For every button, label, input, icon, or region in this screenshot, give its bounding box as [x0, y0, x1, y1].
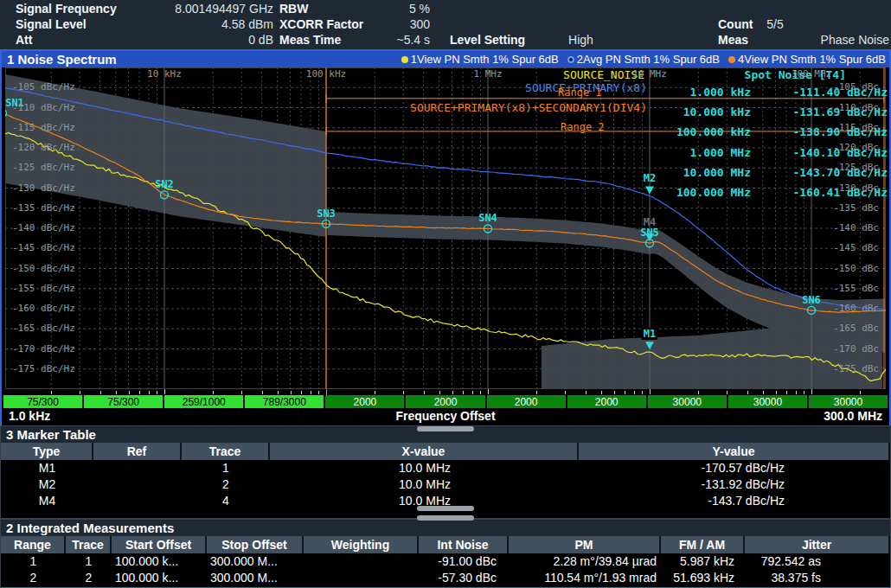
marker-table-row[interactable]: M2210.0 MHz-131.92 dBc/Hz	[1, 476, 890, 493]
xcorr-segment: 75/300	[84, 395, 163, 408]
header-field: Signal Frequency8.001494497 GHz	[16, 1, 273, 17]
x-axis-tick	[301, 391, 302, 394]
marker-yvalue-cell: -131.92 dBc/Hz	[579, 476, 890, 493]
integrated-row[interactable]: 11100.000 k...300.000 M...-91.00 dBc2.28…	[1, 553, 890, 570]
x-axis-tick-strip	[2, 389, 889, 395]
window-resize-grip[interactable]	[417, 506, 474, 511]
weighting-cell	[304, 553, 419, 570]
spot-marker-label: SN5	[640, 227, 659, 239]
header-field: Meas Time~5.4 s	[279, 32, 430, 48]
legend-trace-dot-icon	[567, 56, 574, 63]
stop-offset-cell: 300.000 M...	[207, 553, 304, 570]
integrated-header-cell: Stop Offset	[207, 536, 304, 553]
header-column: Count 5/5Meas Phase Noise	[718, 0, 889, 49]
spot-marker-label: SN3	[317, 208, 336, 220]
integrated-table-body: 11100.000 k...300.000 M...-91.00 dBc2.28…	[1, 553, 890, 586]
header-field-label: Level Setting	[450, 33, 525, 47]
header-field-value: 8.001494497 GHz	[175, 1, 273, 17]
pm-cell: 110.54 m°/1.93 mrad	[509, 570, 661, 586]
x-axis-major-tick	[164, 389, 165, 394]
stop-offset-cell: 300.000 M...	[207, 570, 304, 586]
legend-trace-dot-icon	[728, 56, 735, 63]
x-axis-major-tick	[811, 389, 812, 394]
spot-noise-value: -131.69 dBc/Hz	[751, 102, 888, 122]
header-column: RBW5 %XCORR Factor300Meas Time~5.4 s	[279, 0, 430, 49]
x-axis-stop-value: 300.0 MHz	[824, 408, 882, 424]
measurement-header: Signal Frequency8.001494497 GHzSignal Le…	[0, 0, 891, 49]
x-axis-tick	[727, 391, 728, 394]
header-field: Att0 dB	[16, 32, 273, 48]
xcorr-segment: 789/3000	[245, 395, 324, 408]
xcorr-segment: 259/1000	[164, 395, 243, 408]
marker-xvalue-cell: 10.0 MHz	[270, 460, 579, 476]
marker-table-row[interactable]: M1110.0 MHz-170.57 dBc/Hz	[1, 460, 890, 476]
spot-noise-row: 100.000 MHz-160.41 dBc/Hz	[663, 182, 888, 202]
x-axis-tick	[480, 391, 481, 394]
range-cell: 2	[1, 570, 66, 586]
integrated-header-cell: Trace	[66, 536, 112, 553]
x-axis-tick	[601, 391, 602, 394]
spot-noise-row: 10.000 MHz-143.70 dBc/Hz	[663, 163, 888, 182]
spot-noise-value: -160.41 dBc/Hz	[751, 182, 888, 202]
integrated-measurements-window[interactable]: 2 Integrated Measurements RangeTraceStar…	[0, 519, 891, 588]
integrated-header-cell: PM	[509, 536, 661, 553]
xcorr-segment: 30000	[728, 395, 807, 408]
window-resize-grip[interactable]	[417, 515, 474, 521]
fm-am-cell: 51.693 kHz	[661, 570, 745, 586]
legend-trace-dot-icon	[401, 56, 408, 63]
marker-ref-cell	[93, 493, 182, 509]
x-axis-major-tick	[650, 389, 651, 394]
x-axis-tick	[129, 391, 130, 394]
range-cell: 1	[1, 553, 66, 570]
x-axis-tick	[403, 391, 404, 394]
noise-spectrum-window[interactable]: 1 Noise Spectrum 1View PN Smth 1% Spur 6…	[0, 49, 891, 427]
marker-table-window[interactable]: 3 Marker Table TypeRefTraceX-valueY-valu…	[0, 425, 891, 519]
spot-noise-value: -138.90 dBc/Hz	[751, 122, 888, 142]
x-axis-tick	[375, 391, 375, 394]
legend-item[interactable]: 1View PN Smth 1% Spur 6dB	[401, 53, 559, 66]
x-axis-major-tick	[488, 389, 489, 394]
jitter-cell: 792.542 as	[745, 553, 890, 570]
jitter-cell: 38.375 fs	[745, 570, 890, 586]
x-axis-title: Frequency Offset	[2, 408, 889, 424]
marker-table-header-cell: Trace	[182, 443, 270, 460]
spot-marker-label: SN4	[478, 212, 497, 224]
marker-ref-cell	[93, 476, 182, 493]
xcorr-segment: 2000	[567, 395, 646, 408]
window-title: 1 Noise Spectrum	[7, 51, 117, 67]
integrated-header-cell: Weighting	[304, 536, 419, 553]
header-field-value: 4.58 dBm	[221, 16, 273, 33]
spot-noise-row: 100.000 kHz-138.90 dBc/Hz	[663, 122, 888, 142]
marker-trace-cell: 2	[182, 476, 270, 493]
integrated-header-cell: Range	[1, 536, 66, 553]
xcorr-segment: 2000	[487, 395, 566, 408]
weighting-cell	[304, 570, 419, 586]
x-axis-tick	[116, 391, 117, 394]
noise-spectrum-plot[interactable]: SOURCE_NOISE SOURCE+PRIMARY(x8) SOURCE+P…	[2, 67, 889, 389]
legend-item[interactable]: 4View PN Smth 1% Spur 6dB	[728, 53, 886, 66]
noise-spectrum-titlebar[interactable]: 1 Noise Spectrum 1View PN Smth 1% Spur 6…	[2, 51, 889, 67]
x-axis-tick	[241, 391, 242, 394]
marker-ref-cell	[93, 460, 182, 476]
marker-trace-cell: 1	[182, 460, 270, 476]
pm-cell: 2.28 m°/39.84 µrad	[509, 553, 661, 570]
marker-xvalue-cell: 10.0 MHz	[270, 476, 579, 493]
header-field-value: ~5.4 s	[396, 32, 430, 48]
x-axis-tick	[213, 391, 214, 394]
x-axis-tick	[536, 391, 537, 394]
window-resize-grip[interactable]	[417, 426, 474, 431]
x-axis-tick	[262, 391, 263, 394]
spot-noise-value: -111.40 dBc/Hz	[751, 82, 888, 102]
header-field-label: RBW	[279, 2, 308, 16]
header-field-label: Count	[718, 17, 753, 31]
integrated-measurements-title[interactable]: 2 Integrated Measurements	[1, 520, 890, 536]
x-axis-tick	[776, 391, 777, 394]
spot-noise-value: -140.10 dBc/Hz	[751, 143, 888, 163]
xcorr-segment: 2000	[406, 395, 484, 408]
trace-cell: 1	[66, 553, 112, 570]
marker-yvalue-cell: -143.7 dBc/Hz	[579, 493, 890, 509]
marker-label: M1	[642, 328, 657, 340]
legend-item[interactable]: 2Avg PN Smth 1% Spur 6dB	[567, 53, 720, 66]
x-axis-tick	[139, 391, 140, 394]
integrated-row[interactable]: 22100.000 k...300.000 M...-57.30 dBc110.…	[1, 570, 890, 586]
